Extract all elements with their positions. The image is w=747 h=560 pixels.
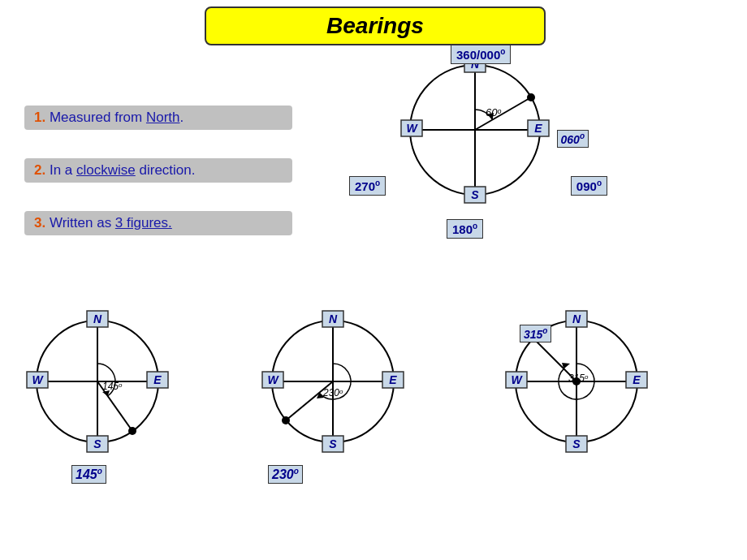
rule3-text: Written as 3 figures. <box>50 215 172 230</box>
angle-090-label: 090o <box>571 176 607 196</box>
svg-text:N: N <box>93 312 102 325</box>
svg-text:230o: 230o <box>322 387 343 398</box>
compass-145: 145o N S W E 145o <box>24 308 171 458</box>
svg-text:W: W <box>32 373 44 386</box>
rule-3: 3. Written as 3 figures. <box>24 211 292 235</box>
svg-text:S: S <box>93 437 101 450</box>
rule-2: 2. In a clockwise direction. <box>24 158 292 183</box>
label-315-top: 315o <box>520 325 551 342</box>
svg-point-42 <box>282 416 290 424</box>
svg-text:W: W <box>267 373 279 386</box>
title-text: Bearings <box>326 13 424 38</box>
rule2-number: 2. <box>34 162 45 178</box>
compass-230-svg: N S W E 230o <box>260 308 406 454</box>
svg-point-27 <box>128 427 136 435</box>
svg-text:N: N <box>329 312 338 325</box>
rule1-text: Measured from North. <box>50 110 184 125</box>
main-compass-svg: N S W E 60o <box>398 53 552 207</box>
rule3-number: 3. <box>34 215 45 230</box>
svg-text:E: E <box>389 373 397 386</box>
angle-270-label: 270o <box>349 176 386 196</box>
title-box: Bearings <box>205 6 546 45</box>
label-230: 230o <box>268 465 303 484</box>
label-145-bottom: 145o <box>71 465 106 484</box>
compass-315: 315o N S W E 315o <box>503 308 650 458</box>
svg-line-11 <box>475 97 531 130</box>
svg-point-12 <box>527 93 535 101</box>
svg-text:E: E <box>534 122 542 135</box>
angle-060-label: 060o <box>557 130 589 148</box>
svg-text:S: S <box>572 437 581 450</box>
svg-text:E: E <box>633 373 641 386</box>
svg-text:145o: 145o <box>102 381 123 392</box>
rule1-number: 1. <box>34 110 45 125</box>
svg-text:W: W <box>511 373 523 386</box>
svg-text:S: S <box>329 437 337 450</box>
rule2-text: In a clockwise direction. <box>50 162 196 178</box>
svg-text:W: W <box>406 122 418 135</box>
rule-1: 1. Measured from North. <box>24 106 292 130</box>
svg-text:N: N <box>572 312 581 325</box>
svg-text:S: S <box>471 188 479 201</box>
compass-145-svg: N S W E 145o <box>24 308 171 454</box>
main-compass: 360/000o 060o 270o 090o 180o N S W E <box>398 53 552 210</box>
compass-230: 230o N S W E 230o <box>260 308 406 458</box>
top-angle-label: 360/000o <box>451 45 511 64</box>
svg-text:E: E <box>153 373 162 386</box>
angle-180-label: 180o <box>447 219 483 239</box>
